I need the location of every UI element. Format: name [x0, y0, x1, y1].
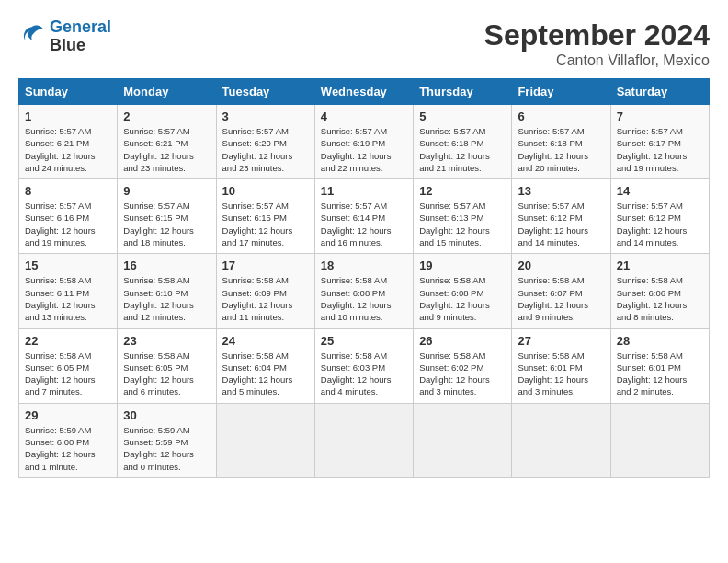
title-block: September 2024 Canton Villaflor, Mexico — [484, 18, 710, 69]
week-row-5: 29Sunrise: 5:59 AM Sunset: 6:00 PM Dayli… — [19, 403, 710, 477]
day-info: Sunrise: 5:58 AM Sunset: 6:01 PM Dayligh… — [617, 350, 703, 398]
calendar-header-row: SundayMondayTuesdayWednesdayThursdayFrid… — [19, 79, 710, 105]
day-info: Sunrise: 5:57 AM Sunset: 6:15 PM Dayligh… — [123, 200, 210, 248]
header-monday: Monday — [118, 79, 216, 105]
day-info: Sunrise: 5:58 AM Sunset: 6:11 PM Dayligh… — [25, 274, 111, 323]
day-info: Sunrise: 5:58 AM Sunset: 6:06 PM Dayligh… — [617, 274, 703, 323]
day-number: 30 — [123, 408, 210, 422]
day-cell: 18Sunrise: 5:58 AM Sunset: 6:08 PM Dayli… — [314, 254, 413, 328]
day-info: Sunrise: 5:58 AM Sunset: 6:03 PM Dayligh… — [321, 350, 407, 398]
day-cell: 3Sunrise: 5:57 AM Sunset: 6:20 PM Daylig… — [216, 105, 314, 179]
day-cell — [314, 403, 413, 477]
day-info: Sunrise: 5:57 AM Sunset: 6:18 PM Dayligh… — [419, 125, 506, 174]
day-cell: 24Sunrise: 5:58 AM Sunset: 6:04 PM Dayli… — [216, 328, 314, 403]
day-number: 16 — [123, 259, 210, 272]
day-cell: 1Sunrise: 5:57 AM Sunset: 6:21 PM Daylig… — [19, 105, 118, 179]
header-wednesday: Wednesday — [314, 79, 413, 105]
day-cell: 26Sunrise: 5:58 AM Sunset: 6:02 PM Dayli… — [414, 328, 512, 403]
day-info: Sunrise: 5:58 AM Sunset: 6:09 PM Dayligh… — [222, 274, 309, 323]
day-info: Sunrise: 5:58 AM Sunset: 6:01 PM Dayligh… — [518, 350, 604, 398]
day-info: Sunrise: 5:57 AM Sunset: 6:16 PM Dayligh… — [25, 200, 111, 248]
day-number: 14 — [617, 184, 703, 198]
day-cell: 5Sunrise: 5:57 AM Sunset: 6:18 PM Daylig… — [414, 105, 512, 179]
day-info: Sunrise: 5:58 AM Sunset: 6:10 PM Dayligh… — [123, 274, 210, 323]
day-info: Sunrise: 5:57 AM Sunset: 6:15 PM Dayligh… — [222, 200, 309, 248]
day-number: 24 — [222, 334, 309, 348]
day-cell: 29Sunrise: 5:59 AM Sunset: 6:00 PM Dayli… — [19, 403, 118, 477]
day-cell: 8Sunrise: 5:57 AM Sunset: 6:16 PM Daylig… — [19, 179, 118, 254]
day-number: 11 — [321, 184, 407, 198]
logo-icon — [18, 21, 46, 49]
day-cell: 15Sunrise: 5:58 AM Sunset: 6:11 PM Dayli… — [19, 254, 118, 328]
day-cell: 4Sunrise: 5:57 AM Sunset: 6:19 PM Daylig… — [314, 105, 413, 179]
day-cell: 9Sunrise: 5:57 AM Sunset: 6:15 PM Daylig… — [118, 179, 216, 254]
day-number: 13 — [518, 184, 604, 198]
header-friday: Friday — [512, 79, 610, 105]
day-number: 9 — [123, 184, 210, 198]
week-row-1: 1Sunrise: 5:57 AM Sunset: 6:21 PM Daylig… — [19, 105, 710, 179]
day-cell: 6Sunrise: 5:57 AM Sunset: 6:18 PM Daylig… — [512, 105, 610, 179]
day-number: 4 — [321, 109, 407, 123]
day-number: 27 — [518, 334, 604, 348]
day-cell: 19Sunrise: 5:58 AM Sunset: 6:08 PM Dayli… — [414, 254, 512, 328]
header-saturday: Saturday — [610, 79, 709, 105]
day-cell: 2Sunrise: 5:57 AM Sunset: 6:21 PM Daylig… — [118, 105, 216, 179]
day-cell: 25Sunrise: 5:58 AM Sunset: 6:03 PM Dayli… — [314, 328, 413, 403]
day-info: Sunrise: 5:57 AM Sunset: 6:17 PM Dayligh… — [617, 125, 703, 174]
day-number: 5 — [419, 109, 506, 123]
day-info: Sunrise: 5:59 AM Sunset: 6:00 PM Dayligh… — [25, 424, 111, 473]
day-number: 19 — [419, 259, 506, 272]
header-thursday: Thursday — [414, 79, 512, 105]
day-info: Sunrise: 5:57 AM Sunset: 6:13 PM Dayligh… — [419, 200, 506, 248]
day-number: 1 — [25, 109, 111, 123]
day-info: Sunrise: 5:57 AM Sunset: 6:12 PM Dayligh… — [617, 200, 703, 248]
day-cell — [414, 403, 512, 477]
day-number: 23 — [123, 334, 210, 348]
day-number: 25 — [321, 334, 407, 348]
week-row-3: 15Sunrise: 5:58 AM Sunset: 6:11 PM Dayli… — [19, 254, 710, 328]
day-info: Sunrise: 5:58 AM Sunset: 6:05 PM Dayligh… — [123, 350, 210, 398]
day-cell — [512, 403, 610, 477]
logo-text: General Blue — [50, 18, 111, 55]
day-cell: 20Sunrise: 5:58 AM Sunset: 6:07 PM Dayli… — [512, 254, 610, 328]
day-info: Sunrise: 5:58 AM Sunset: 6:08 PM Dayligh… — [419, 274, 506, 323]
day-info: Sunrise: 5:57 AM Sunset: 6:18 PM Dayligh… — [518, 125, 604, 174]
week-row-2: 8Sunrise: 5:57 AM Sunset: 6:16 PM Daylig… — [19, 179, 710, 254]
day-number: 20 — [518, 259, 604, 272]
day-info: Sunrise: 5:58 AM Sunset: 6:04 PM Dayligh… — [222, 350, 309, 398]
day-cell: 7Sunrise: 5:57 AM Sunset: 6:17 PM Daylig… — [610, 105, 709, 179]
day-info: Sunrise: 5:57 AM Sunset: 6:14 PM Dayligh… — [321, 200, 407, 248]
day-info: Sunrise: 5:59 AM Sunset: 5:59 PM Dayligh… — [123, 424, 210, 473]
day-number: 17 — [222, 259, 309, 272]
day-number: 18 — [321, 259, 407, 272]
day-number: 26 — [419, 334, 506, 348]
day-cell: 11Sunrise: 5:57 AM Sunset: 6:14 PM Dayli… — [314, 179, 413, 254]
day-number: 22 — [25, 334, 111, 348]
logo: General Blue — [18, 18, 111, 55]
day-cell — [216, 403, 314, 477]
day-cell: 21Sunrise: 5:58 AM Sunset: 6:06 PM Dayli… — [610, 254, 709, 328]
day-number: 7 — [617, 109, 703, 123]
week-row-4: 22Sunrise: 5:58 AM Sunset: 6:05 PM Dayli… — [19, 328, 710, 403]
day-cell: 13Sunrise: 5:57 AM Sunset: 6:12 PM Dayli… — [512, 179, 610, 254]
day-cell: 16Sunrise: 5:58 AM Sunset: 6:10 PM Dayli… — [118, 254, 216, 328]
header-sunday: Sunday — [19, 79, 118, 105]
day-info: Sunrise: 5:57 AM Sunset: 6:12 PM Dayligh… — [518, 200, 604, 248]
day-info: Sunrise: 5:58 AM Sunset: 6:07 PM Dayligh… — [518, 274, 604, 323]
day-info: Sunrise: 5:57 AM Sunset: 6:21 PM Dayligh… — [123, 125, 210, 174]
day-cell: 28Sunrise: 5:58 AM Sunset: 6:01 PM Dayli… — [610, 328, 709, 403]
page-subtitle: Canton Villaflor, Mexico — [484, 52, 710, 69]
day-cell: 14Sunrise: 5:57 AM Sunset: 6:12 PM Dayli… — [610, 179, 709, 254]
day-cell: 10Sunrise: 5:57 AM Sunset: 6:15 PM Dayli… — [216, 179, 314, 254]
day-info: Sunrise: 5:57 AM Sunset: 6:20 PM Dayligh… — [222, 125, 309, 174]
day-number: 6 — [518, 109, 604, 123]
day-cell — [610, 403, 709, 477]
header-tuesday: Tuesday — [216, 79, 314, 105]
day-info: Sunrise: 5:57 AM Sunset: 6:21 PM Dayligh… — [25, 125, 111, 174]
day-number: 8 — [25, 184, 111, 198]
day-cell: 12Sunrise: 5:57 AM Sunset: 6:13 PM Dayli… — [414, 179, 512, 254]
day-info: Sunrise: 5:58 AM Sunset: 6:05 PM Dayligh… — [25, 350, 111, 398]
day-number: 28 — [617, 334, 703, 348]
day-number: 2 — [123, 109, 210, 123]
day-info: Sunrise: 5:58 AM Sunset: 6:02 PM Dayligh… — [419, 350, 506, 398]
